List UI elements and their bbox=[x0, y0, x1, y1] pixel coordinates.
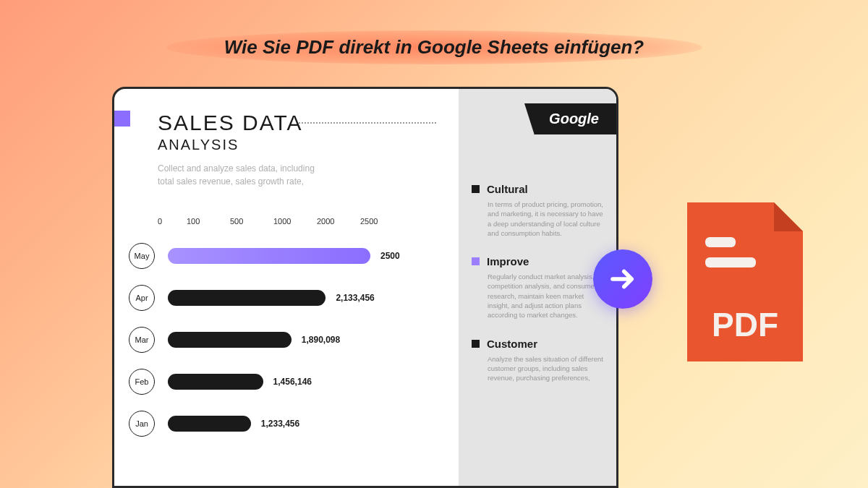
arrow-icon bbox=[593, 249, 652, 309]
month-label: Mar bbox=[129, 327, 155, 353]
sidebar-item: CustomerAnalyze the sales situation of d… bbox=[472, 338, 603, 383]
sidebar-item-desc: In terms of product pricing, promotion, … bbox=[488, 200, 603, 238]
sidebar-item: CulturalIn terms of product pricing, pro… bbox=[472, 183, 603, 238]
spreadsheet-panel: SALES DATA ANALYSIS Collect and analyze … bbox=[112, 87, 618, 488]
bar-value: 1,456,146 bbox=[273, 377, 312, 387]
svg-rect-0 bbox=[705, 237, 736, 247]
pdf-file-icon: PDF bbox=[673, 195, 817, 369]
heading-subtext: Collect and analyze sales data, includin… bbox=[158, 162, 317, 188]
bar-row: Jan1,233,456 bbox=[129, 411, 444, 437]
sidebar-item-desc: Regularly conduct market analysis, compe… bbox=[488, 272, 603, 320]
sidebar-item-head: Cultural bbox=[472, 183, 603, 195]
sidebar-item-title: Customer bbox=[487, 338, 537, 350]
dotted-divider bbox=[299, 122, 436, 124]
chart-axis: 0 100 500 1000 2000 2500 bbox=[158, 217, 444, 226]
sidebar-item-title: Improve bbox=[487, 255, 529, 267]
accent-block bbox=[114, 111, 130, 127]
axis-tick: 2000 bbox=[317, 217, 360, 226]
month-label: Apr bbox=[129, 285, 155, 311]
bar-fill bbox=[168, 416, 251, 432]
bar-row: Mar1,890,098 bbox=[129, 327, 444, 353]
bar-track: 2,133,456 bbox=[168, 290, 444, 306]
title-pill: Wie Sie PDF direkt in Google Sheets einf… bbox=[166, 30, 702, 64]
month-label: May bbox=[129, 243, 155, 269]
bar-track: 2500 bbox=[168, 248, 444, 264]
bar-row: May2500 bbox=[129, 243, 444, 269]
svg-rect-1 bbox=[705, 257, 756, 267]
panel-left: SALES DATA ANALYSIS Collect and analyze … bbox=[114, 89, 459, 486]
axis-tick: 100 bbox=[187, 217, 230, 226]
bar-row: Apr2,133,456 bbox=[129, 285, 444, 311]
sidebar-item-head: Customer bbox=[472, 338, 603, 350]
bar-chart: May2500Apr2,133,456Mar1,890,098Feb1,456,… bbox=[129, 243, 444, 437]
bar-value: 1,233,456 bbox=[261, 419, 299, 429]
pdf-label: PDF bbox=[712, 306, 778, 343]
month-label: Feb bbox=[129, 369, 155, 395]
google-label: Google bbox=[549, 111, 599, 127]
bar-track: 1,890,098 bbox=[168, 332, 444, 348]
axis-tick: 0 bbox=[158, 217, 187, 226]
heading-secondary: ANALYSIS bbox=[158, 137, 444, 153]
sidebar-list: CulturalIn terms of product pricing, pro… bbox=[472, 183, 603, 383]
bar-row: Feb1,456,146 bbox=[129, 369, 444, 395]
bar-fill bbox=[168, 248, 370, 264]
panel-right: Google CulturalIn terms of product prici… bbox=[459, 89, 616, 486]
google-tab: Google bbox=[535, 103, 616, 134]
page-title: Wie Sie PDF direkt in Google Sheets einf… bbox=[224, 36, 644, 59]
sidebar-item-head: Improve bbox=[472, 255, 603, 267]
sidebar-item-title: Cultural bbox=[487, 183, 528, 195]
bar-value: 2500 bbox=[380, 251, 400, 261]
sidebar-item-desc: Analyze the sales situation of different… bbox=[488, 354, 603, 383]
bullet-icon bbox=[472, 185, 480, 193]
axis-tick: 2500 bbox=[360, 217, 404, 226]
bar-track: 1,456,146 bbox=[168, 374, 444, 390]
month-label: Jan bbox=[129, 411, 155, 437]
sidebar-item: ImproveRegularly conduct market analysis… bbox=[472, 255, 603, 320]
bar-value: 1,890,098 bbox=[302, 335, 340, 345]
axis-tick: 500 bbox=[230, 217, 273, 226]
bar-track: 1,233,456 bbox=[168, 416, 444, 432]
axis-tick: 1000 bbox=[273, 217, 317, 226]
bar-value: 2,133,456 bbox=[336, 293, 374, 303]
bullet-icon bbox=[472, 257, 480, 265]
bar-fill bbox=[168, 290, 326, 306]
bar-fill bbox=[168, 332, 292, 348]
bullet-icon bbox=[472, 340, 480, 348]
bar-fill bbox=[168, 374, 263, 390]
